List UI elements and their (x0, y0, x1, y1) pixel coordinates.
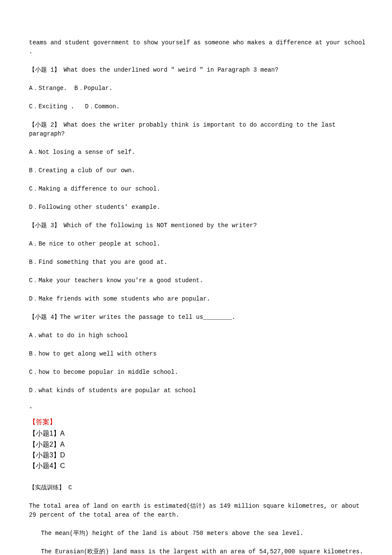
q2-option-b: B．Creating a club of our own. (29, 166, 366, 175)
q1-option-ab: A．Strange. B．Popular. (29, 84, 366, 93)
section-c-p1: The total area of land on earth is estim… (29, 502, 366, 520)
separator-dash: - (29, 405, 366, 411)
q1-option-cd: C．Exciting . D．Common. (29, 102, 366, 111)
q2-stem: 【小题 2】 What does the writer probably thi… (29, 121, 366, 139)
section-gap (29, 471, 366, 483)
document-page: teams and student government to show you… (0, 0, 392, 555)
q3-option-b: B．Find something that you are good at. (29, 258, 366, 267)
answer-q2: 【小题2】A (29, 439, 366, 449)
section-c-p2: The mean(平均) height of the land is about… (29, 529, 366, 538)
q4-option-a: A．what to do in high school (29, 331, 366, 340)
section-c-p3-text: The Eurasian(欧亚的) land mass is the large… (29, 548, 367, 555)
answer-q3: 【小题3】D (29, 450, 366, 460)
q2-option-a: A．Not losing a sense of self. (29, 148, 366, 157)
answer-q1: 【小题1】A (29, 428, 366, 438)
q4-option-c: C．how to become popular in middle school… (29, 368, 366, 377)
section-c-p3: The Eurasian(欧亚的) land mass is the large… (29, 547, 366, 555)
q3-option-c: C．Make your teachers know you're a good … (29, 276, 366, 285)
q3-option-d: D．Make friends with some students who ar… (29, 295, 366, 304)
q3-stem: 【小题 3】 Which of the following is NOT men… (29, 221, 366, 230)
answer-title: 【答案】 (29, 417, 366, 427)
answer-q4: 【小题4】C (29, 461, 366, 471)
q4-option-d: D．what kinds of students are popular at … (29, 386, 366, 395)
q4-option-b: B．how to get along well with others (29, 350, 366, 358)
intro-text: teams and student government to show you… (29, 38, 366, 56)
section-c-p2-text: The mean(平均) height of the land is about… (41, 530, 303, 537)
q2-option-d: D．Following other students' example. (29, 203, 366, 212)
q1-stem: 【小题 1】 What does the underlined word " w… (29, 66, 366, 75)
q4-stem: 【小题 4】The writer writes the passage to t… (29, 313, 366, 322)
q2-option-c: C．Making a difference to our school. (29, 185, 366, 194)
section-c-title: 【实战训练】 C (29, 483, 366, 492)
q3-option-a: A．Be nice to other people at school. (29, 240, 366, 249)
